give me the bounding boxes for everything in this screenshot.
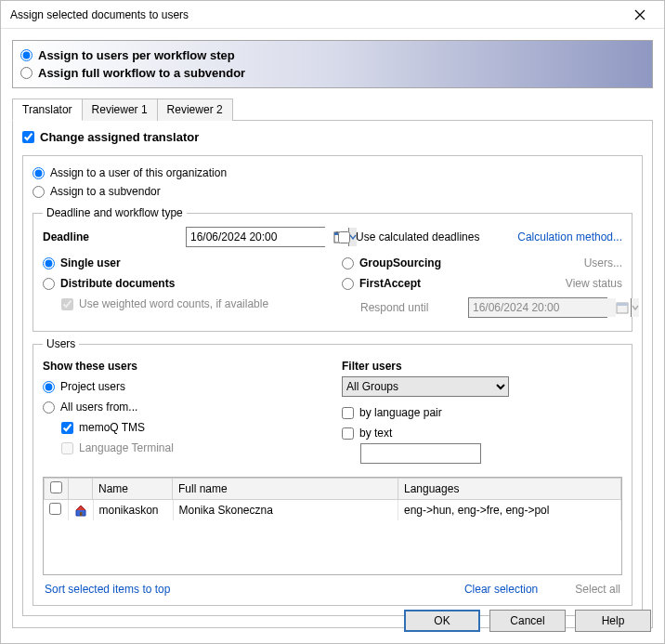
dialog-buttons: OK Cancel Help (404, 610, 651, 632)
assign-org-row[interactable]: Assign to a user of this organization (33, 164, 632, 182)
assignment-sub-panel: Assign to a user of this organization As… (22, 155, 643, 616)
show-users-head: Show these users (43, 360, 323, 373)
assign-sub-radio[interactable] (33, 186, 45, 198)
single-user-radio[interactable] (43, 257, 55, 269)
mode-subvendor-row[interactable]: Assign full workflow to a subvendor (20, 64, 645, 82)
row-checkbox[interactable] (49, 503, 61, 515)
assign-sub-label: Assign to a subvendor (50, 185, 161, 198)
home-icon (74, 504, 87, 517)
users-legend: Users (43, 337, 79, 350)
respond-until-label: Respond until (360, 301, 463, 314)
col-check[interactable] (45, 479, 69, 500)
distribute-label: Distribute documents (60, 277, 175, 290)
by-lang-row[interactable]: by language pair (342, 402, 622, 423)
col-fullname[interactable]: Full name (173, 479, 398, 500)
tab-reviewer2[interactable]: Reviewer 2 (157, 99, 233, 121)
svg-rect-5 (617, 303, 628, 306)
assignment-mode-panel: Assign to users per workflow step Assign… (12, 40, 653, 88)
deadline-label: Deadline (43, 230, 173, 243)
calendar-icon (616, 300, 629, 315)
calc-deadlines-checkbox[interactable] (338, 231, 350, 243)
mode-subvendor-label: Assign full workflow to a subvendor (38, 66, 245, 80)
memoq-row[interactable]: memoQ TMS (61, 417, 323, 438)
firstaccept-row[interactable]: FirstAccept (342, 277, 421, 290)
langterm-row: Language Terminal (61, 438, 323, 458)
memoq-checkbox[interactable] (61, 422, 73, 434)
all-users-label: All users from... (60, 401, 137, 414)
mode-per-step-radio[interactable] (20, 49, 33, 61)
filter-group-select[interactable]: All Groups (342, 376, 509, 397)
deadline-legend: Deadline and workflow type (43, 206, 187, 219)
deadline-datetime[interactable] (186, 227, 325, 247)
groupsourcing-radio[interactable] (342, 257, 354, 269)
role-tabs: Translator Reviewer 1 Reviewer 2 (12, 98, 653, 120)
respond-dropdown (631, 298, 639, 317)
window-title: Assign selected documents to users (10, 8, 189, 21)
weighted-row: Use weighted word counts, if available (61, 294, 323, 314)
ok-button[interactable]: OK (404, 610, 480, 632)
calc-method-link[interactable]: Calculation method... (517, 230, 622, 243)
users-link: Users... (584, 256, 622, 269)
deadline-input[interactable] (187, 228, 333, 246)
assign-sub-row[interactable]: Assign to a subvendor (33, 182, 632, 201)
sort-selected-link[interactable]: Sort selected items to top (45, 583, 170, 596)
cancel-button[interactable]: Cancel (489, 610, 566, 632)
by-text-checkbox[interactable] (342, 427, 354, 440)
weighted-label: Use weighted word counts, if available (79, 297, 268, 310)
respond-until-datetime (468, 297, 607, 318)
users-group: Users Show these users Project users All… (33, 337, 632, 606)
close-button[interactable] (623, 2, 657, 28)
col-icon (69, 479, 93, 500)
assign-org-label: Assign to a user of this organization (50, 166, 227, 179)
single-user-row[interactable]: Single user (43, 253, 323, 273)
select-all-link: Select all (575, 583, 620, 596)
by-text-label: by text (359, 427, 392, 440)
firstaccept-label: FirstAccept (359, 277, 421, 290)
chevron-down-icon (632, 305, 639, 310)
by-text-input[interactable] (360, 443, 481, 464)
assign-org-radio[interactable] (33, 167, 45, 179)
distribute-radio[interactable] (43, 278, 55, 290)
change-assigned-label: Change assigned translator (40, 130, 199, 144)
memoq-label: memoQ TMS (79, 421, 145, 434)
title-bar: Assign selected documents to users (1, 1, 664, 29)
tab-reviewer1[interactable]: Reviewer 1 (82, 99, 158, 121)
weighted-checkbox (61, 298, 73, 310)
mode-subvendor-radio[interactable] (20, 67, 33, 79)
firstaccept-radio[interactable] (342, 278, 354, 290)
langterm-checkbox (61, 442, 73, 454)
cell-name: monikaskon (93, 500, 173, 520)
view-status-link: View status (566, 277, 622, 290)
calc-deadlines-label: Use calculated deadlines (356, 230, 479, 243)
all-users-radio[interactable] (43, 401, 55, 414)
col-name[interactable]: Name (93, 479, 173, 500)
single-user-label: Single user (60, 256, 121, 269)
svg-rect-6 (80, 512, 83, 516)
calc-deadlines-row[interactable]: Use calculated deadlines (338, 228, 479, 246)
project-users-radio[interactable] (43, 381, 55, 393)
all-users-row[interactable]: All users from... (43, 397, 323, 417)
col-languages[interactable]: Languages (398, 479, 621, 500)
project-users-row[interactable]: Project users (43, 376, 323, 397)
table-row[interactable]: monikaskon Monika Skoneczna eng->hun, en… (44, 500, 621, 520)
distribute-row[interactable]: Distribute documents (43, 273, 323, 294)
by-text-row[interactable]: by text (342, 423, 622, 443)
mode-per-step-label: Assign to users per workflow step (38, 48, 235, 62)
cell-languages: eng->hun, eng->fre, eng->pol (398, 500, 621, 520)
close-icon (634, 9, 645, 20)
langterm-label: Language Terminal (79, 441, 174, 454)
cell-fullname: Monika Skoneczna (173, 500, 398, 520)
help-button[interactable]: Help (575, 610, 651, 632)
users-table: Name Full name Languages (43, 477, 622, 575)
groupsourcing-row[interactable]: GroupSourcing (342, 256, 441, 269)
mode-per-step-row[interactable]: Assign to users per workflow step (20, 46, 645, 64)
translator-panel: Change assigned translator Assign to a u… (12, 120, 653, 628)
change-assigned-row[interactable]: Change assigned translator (22, 130, 643, 144)
change-assigned-checkbox[interactable] (22, 131, 34, 143)
by-lang-checkbox[interactable] (342, 407, 354, 419)
project-users-label: Project users (60, 380, 125, 393)
clear-selection-link[interactable]: Clear selection (464, 583, 538, 596)
deadline-group: Deadline and workflow type Deadline (33, 206, 632, 332)
tab-translator[interactable]: Translator (12, 99, 83, 121)
select-all-checkbox[interactable] (50, 481, 62, 493)
